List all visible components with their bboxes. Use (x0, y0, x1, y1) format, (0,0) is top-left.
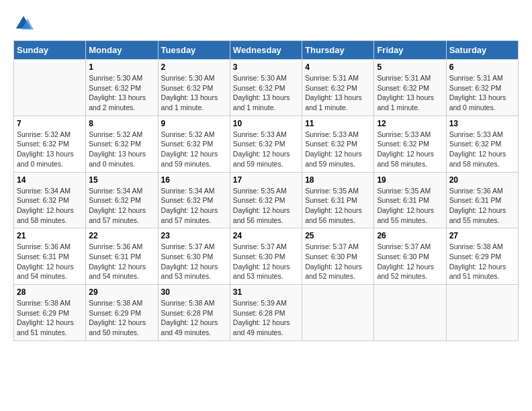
page-header (13, 13, 519, 34)
day-number: 16 (161, 175, 227, 185)
day-info: Sunrise: 5:31 AM Sunset: 6:32 PM Dayligh… (305, 73, 371, 113)
calendar-cell: 2Sunrise: 5:30 AM Sunset: 6:32 PM Daylig… (158, 60, 230, 116)
calendar-cell: 13Sunrise: 5:33 AM Sunset: 6:32 PM Dayli… (446, 116, 518, 172)
day-number: 25 (305, 231, 371, 240)
day-number: 4 (305, 62, 371, 72)
day-number: 22 (89, 231, 154, 240)
calendar-cell: 6Sunrise: 5:31 AM Sunset: 6:32 PM Daylig… (446, 60, 518, 116)
column-header-tuesday: Tuesday (158, 41, 230, 60)
calendar-cell: 31Sunrise: 5:39 AM Sunset: 6:28 PM Dayli… (230, 285, 302, 341)
calendar-cell: 8Sunrise: 5:32 AM Sunset: 6:32 PM Daylig… (86, 116, 158, 172)
day-number: 20 (449, 175, 515, 185)
column-header-wednesday: Wednesday (230, 41, 302, 60)
calendar-cell: 7Sunrise: 5:32 AM Sunset: 6:32 PM Daylig… (14, 116, 86, 172)
day-number: 3 (233, 62, 299, 72)
day-info: Sunrise: 5:33 AM Sunset: 6:32 PM Dayligh… (449, 130, 515, 169)
day-info: Sunrise: 5:39 AM Sunset: 6:28 PM Dayligh… (233, 298, 299, 338)
calendar-cell: 10Sunrise: 5:33 AM Sunset: 6:32 PM Dayli… (230, 116, 302, 172)
day-info: Sunrise: 5:37 AM Sunset: 6:30 PM Dayligh… (305, 242, 371, 281)
calendar-cell: 18Sunrise: 5:35 AM Sunset: 6:31 PM Dayli… (302, 172, 374, 228)
day-number: 13 (449, 119, 515, 128)
calendar-cell: 25Sunrise: 5:37 AM Sunset: 6:30 PM Dayli… (302, 228, 374, 285)
calendar-cell: 1Sunrise: 5:30 AM Sunset: 6:32 PM Daylig… (86, 60, 158, 116)
calendar-cell: 14Sunrise: 5:34 AM Sunset: 6:32 PM Dayli… (14, 172, 86, 228)
day-number: 9 (161, 119, 227, 128)
calendar-cell: 26Sunrise: 5:37 AM Sunset: 6:30 PM Dayli… (374, 228, 446, 285)
week-row-2: 7Sunrise: 5:32 AM Sunset: 6:32 PM Daylig… (14, 116, 519, 172)
calendar-cell: 19Sunrise: 5:35 AM Sunset: 6:31 PM Dayli… (374, 172, 446, 228)
day-info: Sunrise: 5:31 AM Sunset: 6:32 PM Dayligh… (377, 73, 443, 113)
day-number: 11 (305, 119, 371, 128)
calendar-cell (446, 285, 518, 341)
calendar-cell: 11Sunrise: 5:33 AM Sunset: 6:32 PM Dayli… (302, 116, 374, 172)
day-info: Sunrise: 5:32 AM Sunset: 6:32 PM Dayligh… (17, 130, 83, 169)
day-number: 12 (377, 119, 443, 128)
day-number: 7 (17, 119, 83, 128)
week-row-1: 1Sunrise: 5:30 AM Sunset: 6:32 PM Daylig… (14, 60, 519, 116)
day-info: Sunrise: 5:38 AM Sunset: 6:29 PM Dayligh… (89, 298, 154, 338)
day-number: 29 (89, 287, 154, 297)
calendar-cell: 23Sunrise: 5:37 AM Sunset: 6:30 PM Dayli… (158, 228, 230, 285)
calendar-cell: 9Sunrise: 5:32 AM Sunset: 6:32 PM Daylig… (158, 116, 230, 172)
day-info: Sunrise: 5:38 AM Sunset: 6:28 PM Dayligh… (161, 298, 227, 338)
day-number: 8 (89, 119, 154, 128)
column-header-friday: Friday (374, 41, 446, 60)
calendar-cell: 12Sunrise: 5:33 AM Sunset: 6:32 PM Dayli… (374, 116, 446, 172)
day-info: Sunrise: 5:33 AM Sunset: 6:32 PM Dayligh… (233, 130, 299, 169)
day-number: 6 (449, 62, 515, 72)
calendar-cell: 30Sunrise: 5:38 AM Sunset: 6:28 PM Dayli… (158, 285, 230, 341)
day-number: 5 (377, 62, 443, 72)
day-info: Sunrise: 5:36 AM Sunset: 6:31 PM Dayligh… (17, 242, 83, 281)
day-number: 24 (233, 231, 299, 240)
column-header-sunday: Sunday (14, 41, 86, 60)
calendar-cell: 28Sunrise: 5:38 AM Sunset: 6:29 PM Dayli… (14, 285, 86, 341)
day-info: Sunrise: 5:30 AM Sunset: 6:32 PM Dayligh… (89, 73, 154, 113)
day-number: 1 (89, 62, 154, 72)
day-info: Sunrise: 5:31 AM Sunset: 6:32 PM Dayligh… (449, 73, 515, 113)
day-number: 27 (449, 231, 515, 240)
calendar-cell: 24Sunrise: 5:37 AM Sunset: 6:30 PM Dayli… (230, 228, 302, 285)
column-header-thursday: Thursday (302, 41, 374, 60)
day-info: Sunrise: 5:35 AM Sunset: 6:32 PM Dayligh… (233, 186, 299, 226)
day-info: Sunrise: 5:30 AM Sunset: 6:32 PM Dayligh… (161, 73, 227, 113)
day-info: Sunrise: 5:35 AM Sunset: 6:31 PM Dayligh… (377, 186, 443, 226)
column-header-saturday: Saturday (446, 41, 518, 60)
column-header-monday: Monday (86, 41, 158, 60)
day-info: Sunrise: 5:32 AM Sunset: 6:32 PM Dayligh… (89, 130, 154, 169)
calendar-cell: 29Sunrise: 5:38 AM Sunset: 6:29 PM Dayli… (86, 285, 158, 341)
day-number: 31 (233, 287, 299, 297)
day-number: 17 (233, 175, 299, 185)
day-info: Sunrise: 5:30 AM Sunset: 6:32 PM Dayligh… (233, 73, 299, 113)
day-info: Sunrise: 5:34 AM Sunset: 6:32 PM Dayligh… (17, 186, 83, 226)
calendar-cell: 16Sunrise: 5:34 AM Sunset: 6:32 PM Dayli… (158, 172, 230, 228)
calendar-table: SundayMondayTuesdayWednesdayThursdayFrid… (13, 40, 519, 341)
logo-icon (13, 13, 34, 34)
day-number: 15 (89, 175, 154, 185)
day-info: Sunrise: 5:34 AM Sunset: 6:32 PM Dayligh… (89, 186, 154, 226)
calendar-cell: 20Sunrise: 5:36 AM Sunset: 6:31 PM Dayli… (446, 172, 518, 228)
calendar-cell: 5Sunrise: 5:31 AM Sunset: 6:32 PM Daylig… (374, 60, 446, 116)
day-number: 18 (305, 175, 371, 185)
day-info: Sunrise: 5:33 AM Sunset: 6:32 PM Dayligh… (305, 130, 371, 169)
header-row: SundayMondayTuesdayWednesdayThursdayFrid… (14, 41, 519, 60)
day-number: 10 (233, 119, 299, 128)
calendar-cell (374, 285, 446, 341)
day-number: 2 (161, 62, 227, 72)
day-number: 23 (161, 231, 227, 240)
week-row-5: 28Sunrise: 5:38 AM Sunset: 6:29 PM Dayli… (14, 285, 519, 341)
logo (13, 13, 36, 34)
day-info: Sunrise: 5:38 AM Sunset: 6:29 PM Dayligh… (17, 298, 83, 338)
day-info: Sunrise: 5:36 AM Sunset: 6:31 PM Dayligh… (89, 242, 154, 281)
week-row-4: 21Sunrise: 5:36 AM Sunset: 6:31 PM Dayli… (14, 228, 519, 285)
calendar-cell: 27Sunrise: 5:38 AM Sunset: 6:29 PM Dayli… (446, 228, 518, 285)
day-info: Sunrise: 5:33 AM Sunset: 6:32 PM Dayligh… (377, 130, 443, 169)
day-info: Sunrise: 5:37 AM Sunset: 6:30 PM Dayligh… (377, 242, 443, 281)
calendar-cell: 4Sunrise: 5:31 AM Sunset: 6:32 PM Daylig… (302, 60, 374, 116)
day-info: Sunrise: 5:35 AM Sunset: 6:31 PM Dayligh… (305, 186, 371, 226)
day-info: Sunrise: 5:32 AM Sunset: 6:32 PM Dayligh… (161, 130, 227, 169)
day-number: 21 (17, 231, 83, 240)
calendar-cell: 21Sunrise: 5:36 AM Sunset: 6:31 PM Dayli… (14, 228, 86, 285)
calendar-cell (14, 60, 86, 116)
day-number: 14 (17, 175, 83, 185)
calendar-cell: 15Sunrise: 5:34 AM Sunset: 6:32 PM Dayli… (86, 172, 158, 228)
